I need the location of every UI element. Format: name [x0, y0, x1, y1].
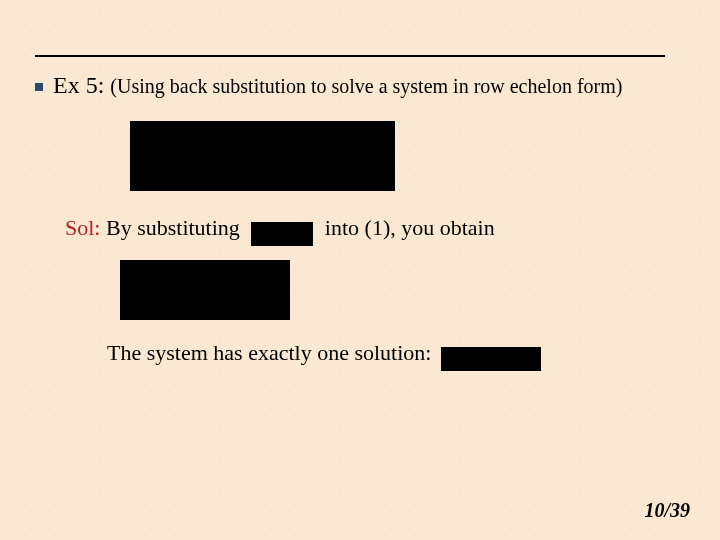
- redacted-block-1: [130, 121, 395, 191]
- horizontal-rule: [35, 55, 665, 57]
- final-line: The system has exactly one solution:: [107, 340, 680, 367]
- example-heading-row: Ex 5: (Using back substitution to solve …: [35, 72, 680, 99]
- solution-label: Sol:: [65, 215, 100, 240]
- solution-text-after: into (1), you obtain: [325, 215, 495, 240]
- page-number: 10/39: [644, 499, 690, 522]
- slide-content: Ex 5: (Using back substitution to solve …: [35, 72, 680, 367]
- example-label: Ex 5:: [53, 72, 104, 99]
- redacted-inline-2: [441, 347, 541, 371]
- redacted-inline-1: [251, 222, 313, 246]
- solution-line: Sol: By substituting into (1), you obtai…: [65, 215, 680, 242]
- redacted-block-2: [120, 260, 290, 320]
- final-text: The system has exactly one solution:: [107, 340, 431, 365]
- solution-text-before: By substituting: [106, 215, 240, 240]
- square-bullet-icon: [35, 83, 43, 91]
- example-subtitle: (Using back substitution to solve a syst…: [110, 75, 622, 98]
